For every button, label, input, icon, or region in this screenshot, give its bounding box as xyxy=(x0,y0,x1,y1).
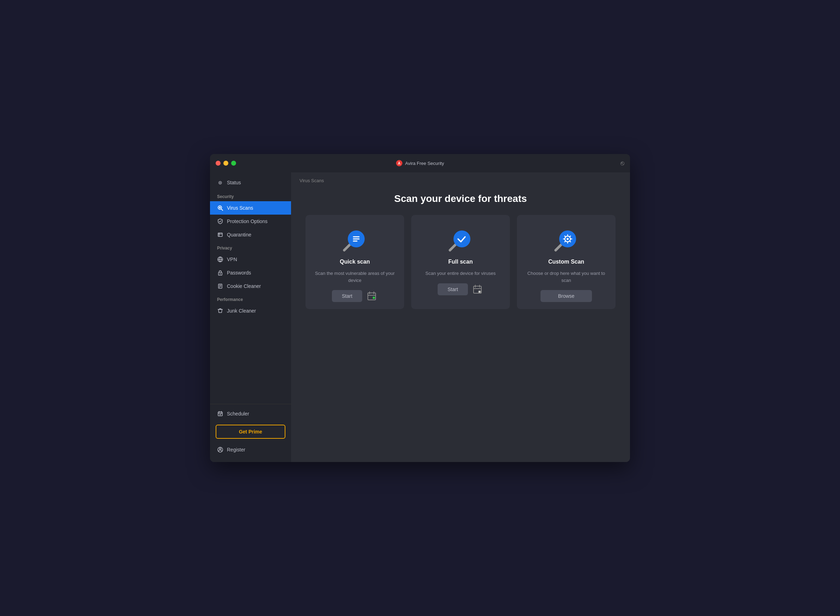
close-button[interactable] xyxy=(215,161,221,166)
protection-options-label: Protection Options xyxy=(227,219,267,224)
passwords-icon xyxy=(217,270,223,276)
quick-scan-schedule-icon[interactable] xyxy=(366,290,378,302)
page-title: Scan your device for threats xyxy=(299,193,622,204)
quick-scan-icon xyxy=(341,229,365,254)
sidebar-status-label: Status xyxy=(227,180,241,185)
svg-rect-3 xyxy=(218,233,222,236)
app-title: Avira Free Security xyxy=(405,161,444,166)
vpn-icon xyxy=(217,256,223,263)
traffic-lights xyxy=(215,161,236,166)
quick-scan-icon-wrap xyxy=(341,226,369,254)
svg-line-1 xyxy=(221,209,223,210)
sidebar: ⊛ Status Security Virus Scans xyxy=(210,172,291,462)
sidebar-item-cookie-cleaner[interactable]: Cookie Cleaner xyxy=(210,279,291,293)
quarantine-label: Quarantine xyxy=(227,232,251,238)
quick-scan-start-button[interactable]: Start xyxy=(332,290,362,302)
breadcrumb: Virus Scans xyxy=(291,172,630,186)
svg-point-40 xyxy=(567,238,569,240)
custom-scan-icon-wrap xyxy=(552,226,580,254)
svg-point-2 xyxy=(219,207,221,208)
full-scan-icon-wrap xyxy=(446,226,475,254)
quick-scan-desc: Scan the most vulnerable areas of your d… xyxy=(312,270,397,284)
svg-point-17 xyxy=(220,448,221,450)
sidebar-item-status[interactable]: ⊛ Status xyxy=(210,175,291,190)
custom-scan-actions: Browse xyxy=(541,290,592,302)
scheduler-icon xyxy=(217,411,223,417)
custom-scan-icon xyxy=(552,229,577,254)
share-icon[interactable]: ⎋ xyxy=(620,160,625,167)
sidebar-item-protection-options[interactable]: Protection Options xyxy=(210,215,291,228)
virus-scans-label: Virus Scans xyxy=(227,205,253,211)
svg-rect-12 xyxy=(218,412,222,416)
avira-logo-icon: A xyxy=(396,160,402,166)
full-scan-icon xyxy=(446,229,471,254)
full-scan-actions: Start xyxy=(438,283,484,295)
titlebar-actions: ⎋ xyxy=(620,160,625,167)
quick-scan-card: Quick scan Scan the most vulnerable area… xyxy=(305,215,404,309)
quick-scan-title: Quick scan xyxy=(340,259,369,265)
cookie-cleaner-icon xyxy=(217,283,223,289)
content-area: ⊛ Status Security Virus Scans xyxy=(210,172,630,462)
svg-rect-27 xyxy=(373,297,375,299)
scan-cards-container: Quick scan Scan the most vulnerable area… xyxy=(291,215,630,309)
passwords-label: Passwords xyxy=(227,270,251,276)
sidebar-item-vpn[interactable]: VPN xyxy=(210,253,291,266)
quick-scan-actions: Start xyxy=(332,290,378,302)
quarantine-icon xyxy=(217,232,223,238)
minimize-button[interactable] xyxy=(223,161,228,166)
virus-scans-icon xyxy=(217,205,223,211)
svg-point-29 xyxy=(453,230,471,247)
full-scan-start-button[interactable]: Start xyxy=(438,283,468,295)
custom-scan-title: Custom Scan xyxy=(548,259,584,265)
cookie-cleaner-label: Cookie Cleaner xyxy=(227,283,261,289)
register-icon xyxy=(217,446,223,453)
svg-point-7 xyxy=(220,273,221,274)
main-panel: Virus Scans Scan your device for threats xyxy=(291,172,630,462)
main-header: Scan your device for threats xyxy=(291,186,630,215)
sidebar-item-junk-cleaner[interactable]: Junk Cleaner xyxy=(210,304,291,318)
sidebar-bottom: Scheduler Get Prime Register xyxy=(210,404,291,459)
sidebar-item-scheduler[interactable]: Scheduler xyxy=(210,407,291,420)
junk-cleaner-label: Junk Cleaner xyxy=(227,308,256,314)
maximize-button[interactable] xyxy=(231,161,236,166)
vpn-label: VPN xyxy=(227,257,237,262)
sidebar-item-register[interactable]: Register xyxy=(210,443,291,456)
register-label: Register xyxy=(227,447,245,452)
sidebar-item-quarantine[interactable]: Quarantine xyxy=(210,228,291,241)
protection-options-icon xyxy=(217,218,223,224)
sidebar-item-passwords[interactable]: Passwords xyxy=(210,266,291,279)
custom-scan-desc: Choose or drop here what you want to sca… xyxy=(524,270,608,284)
sidebar-section-privacy: Privacy xyxy=(210,241,291,253)
custom-scan-card: Custom Scan Choose or drop here what you… xyxy=(517,215,616,309)
titlebar: A Avira Free Security ⎋ xyxy=(210,154,630,172)
titlebar-title: A Avira Free Security xyxy=(396,160,444,166)
app-window: A Avira Free Security ⎋ ⊛ Status Securit… xyxy=(210,154,630,462)
sidebar-item-virus-scans[interactable]: Virus Scans xyxy=(210,201,291,215)
get-prime-button[interactable]: Get Prime xyxy=(215,425,285,439)
junk-cleaner-icon xyxy=(217,308,223,314)
scheduler-label: Scheduler xyxy=(227,411,249,417)
custom-scan-browse-button[interactable]: Browse xyxy=(541,290,592,302)
full-scan-title: Full scan xyxy=(448,259,472,265)
full-scan-schedule-icon[interactable] xyxy=(471,283,484,295)
full-scan-desc: Scan your entire device for viruses xyxy=(425,270,495,277)
full-scan-card: Full scan Scan your entire device for vi… xyxy=(411,215,510,309)
sidebar-section-security: Security xyxy=(210,190,291,201)
status-icon: ⊛ xyxy=(217,179,223,186)
sidebar-section-performance: Performance xyxy=(210,293,291,304)
